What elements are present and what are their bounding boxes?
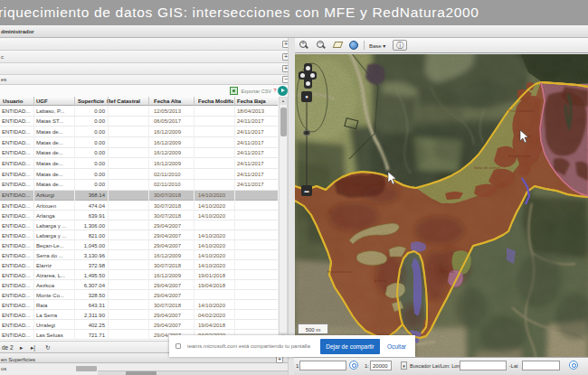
svg-text:Bordako lepo: Bordako lepo xyxy=(508,154,531,158)
svg-text:Solar de artean: Solar de artean xyxy=(474,165,500,170)
svg-text:Azkurgi: Azkurgi xyxy=(375,278,387,283)
svg-text:Urbeltza: Urbeltza xyxy=(440,269,454,274)
svg-text:Pico Lakartxela: Pico Lakartxela xyxy=(508,108,535,113)
svg-text:Ezkandi berria: Ezkandi berria xyxy=(327,269,352,274)
